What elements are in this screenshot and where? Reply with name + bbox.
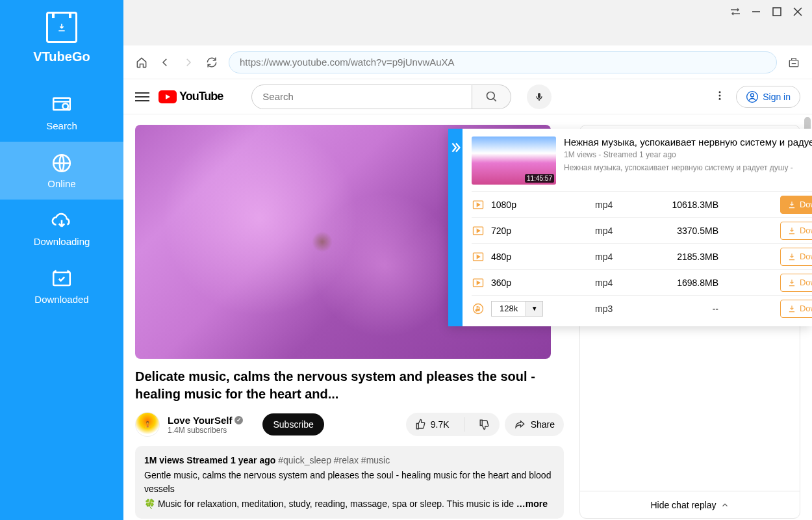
download-size: -- [653,304,718,314]
browser-toolbar: https://www.youtube.com/watch?v=p9jUnvwA… [123,46,812,79]
download-size: 10618.3MB [653,200,718,210]
svg-point-10 [719,98,721,99]
download-option-row: 720pmp43370.5MBDownload [472,217,812,243]
svg-point-12 [751,94,754,97]
download-button[interactable]: Download [780,196,812,214]
svg-point-1 [62,103,68,109]
voice-search-button[interactable] [527,84,552,109]
svg-point-8 [719,91,721,93]
svg-rect-4 [773,8,781,16]
subscribe-button[interactable]: Subscribe [262,413,324,436]
content-area: YouTube Sign in [123,79,812,520]
svg-point-6 [487,92,494,99]
share-button[interactable]: Share [505,413,564,436]
download-meta: 1M views - Streamed 1 year ago [564,150,812,159]
url-bar[interactable]: https://www.youtube.com/watch?v=p9jUnvwA… [229,51,777,73]
channel-avatar[interactable]: 🧘 [135,412,160,437]
audio-bitrate-select[interactable]: 128k▼ [491,301,589,317]
forward-icon[interactable] [182,56,195,69]
download-icon [787,278,796,287]
download-button[interactable]: Download [780,274,812,292]
download-panel: 11:45:57 Нежная музыка, успокаивает нерв… [448,129,812,326]
youtube-play-icon [159,90,177,103]
youtube-logo[interactable]: YouTube [159,90,223,103]
app-sidebar: VTubeGo Search Online Downloading Downlo… [0,0,123,520]
signin-label: Sign in [763,92,791,102]
desc-line2: 🍀 Music for relaxation, meditation, stud… [144,499,514,509]
like-button[interactable]: 9.7K [406,413,459,436]
sidebar-item-online[interactable]: Online [0,142,123,200]
sidebar-item-label: Downloaded [34,294,88,305]
chevrons-right-icon [448,140,463,155]
download-size: 3370.5MB [653,226,718,236]
maximize-button[interactable] [770,5,783,18]
thumbs-up-icon [415,419,427,430]
download-format: mp4 [595,226,647,236]
download-thumbnail: 11:45:57 [472,136,556,185]
channel-row: 🧘 Love YourSelf ✓ 1.4M subscribers Subsc… [135,412,564,437]
svg-point-21 [476,309,477,311]
download-format: mp4 [595,278,647,288]
sidebar-item-downloaded[interactable]: Downloaded [0,257,123,315]
video-icon [472,276,485,289]
sidebar-item-search[interactable]: Search [0,84,123,142]
sidebar-item-downloading[interactable]: Downloading [0,200,123,257]
share-label: Share [531,419,555,430]
more-link[interactable]: …more [516,499,548,509]
sidebar-item-label: Downloading [34,236,90,247]
reload-icon[interactable] [205,56,218,69]
sidebar-item-label: Online [47,178,75,189]
cloud-download-icon [51,210,73,232]
dislike-button[interactable] [470,413,500,436]
settings-menu-icon[interactable] [714,90,726,104]
back-icon[interactable] [159,56,171,69]
download-icon [787,252,796,261]
extension-icon[interactable] [787,56,800,69]
video-duration: 11:45:57 [525,174,554,183]
share-icon [514,419,526,430]
close-button[interactable] [791,5,804,18]
signin-button[interactable]: Sign in [736,86,800,108]
collapse-panel-button[interactable] [448,129,463,326]
verified-icon: ✓ [235,416,243,424]
svg-point-22 [478,309,480,311]
download-button[interactable]: Download [780,300,812,318]
app-name: VTubeGo [33,49,90,64]
download-size: 2185.3MB [653,252,718,262]
download-button[interactable]: Download [780,222,812,240]
video-check-icon [51,268,73,290]
video-icon [472,250,485,263]
download-option-row: 480pmp42185.3MBDownload [472,243,812,269]
home-icon[interactable] [135,56,148,69]
download-resolution: 1080p [491,200,589,210]
download-desc: Нежная музыка, успокаивает нервную систе… [564,163,812,172]
channel-name[interactable]: Love YourSelf ✓ [168,415,243,426]
settings-toggle-icon[interactable] [729,5,742,18]
download-icon [787,200,796,209]
minimize-button[interactable] [750,5,763,18]
download-icon [787,304,796,313]
channel-subs: 1.4M subscribers [168,426,243,435]
download-title: Нежная музыка, успокаивает нервную систе… [564,136,812,148]
download-resolution: 128k▼ [491,301,589,317]
download-button[interactable]: Download [780,248,812,266]
youtube-header: YouTube Sign in [123,79,812,114]
desc-line1: Gentle music, calms the nervous system a… [144,469,555,496]
download-icon [787,226,796,235]
video-icon [472,224,485,237]
hide-chat-button[interactable]: Hide chat replay [580,491,800,518]
search-input[interactable] [251,84,472,109]
download-format: mp4 [595,252,647,262]
search-button[interactable] [472,84,511,109]
desc-tags: #quick_sleep #relax #music [278,455,390,465]
download-option-row: 1080pmp410618.3MBDownload [472,191,812,217]
like-dislike-group: 9.7K [406,413,500,436]
download-size: 1698.8MB [653,278,718,288]
download-format: mp3 [595,304,647,314]
hamburger-icon[interactable] [135,90,149,104]
youtube-search [251,84,511,109]
svg-point-9 [719,94,721,96]
main-column: https://www.youtube.com/watch?v=p9jUnvwA… [123,0,812,520]
description-box[interactable]: 1M views Streamed 1 year ago #quick_slee… [135,446,564,519]
mic-icon [534,92,544,102]
